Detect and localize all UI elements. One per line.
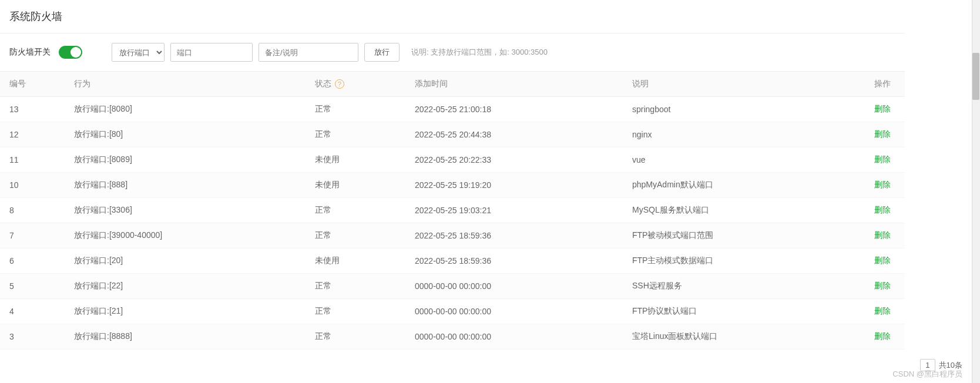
- cell-op: 删除: [858, 198, 905, 223]
- allow-button[interactable]: 放行: [364, 43, 400, 62]
- remark-input[interactable]: [259, 43, 358, 62]
- cell-desc: FTP主动模式数据端口: [623, 248, 858, 274]
- cell-op: 删除: [858, 122, 905, 147]
- table-row: 13放行端口:[8080]正常2022-05-25 21:00:18spring…: [0, 97, 905, 122]
- page-header: 系统防火墙: [0, 0, 905, 33]
- action-type-select[interactable]: 放行端口: [112, 43, 165, 62]
- header-desc: 说明: [623, 72, 858, 97]
- cell-time: 2022-05-25 18:59:36: [405, 223, 623, 248]
- cell-time: 0000-00-00 00:00:00: [405, 274, 623, 299]
- cell-desc: phpMyAdmin默认端口: [623, 173, 858, 198]
- cell-desc: nginx: [623, 122, 858, 147]
- header-id: 编号: [0, 72, 65, 97]
- page-title: 系统防火墙: [9, 9, 895, 23]
- help-icon[interactable]: ?: [335, 79, 344, 89]
- delete-link[interactable]: 删除: [874, 230, 891, 240]
- cell-op: 删除: [858, 173, 905, 198]
- cell-time: 0000-00-00 00:00:00: [405, 324, 623, 350]
- delete-link[interactable]: 删除: [874, 331, 891, 341]
- firewall-table: 编号 行为 状态 ? 添加时间 说明 操作 13放行端口:[8080]正常202…: [0, 72, 905, 350]
- cell-id: 11: [0, 147, 65, 173]
- cell-status: 未使用: [306, 248, 405, 274]
- scrollbar-vertical[interactable]: [972, 0, 980, 383]
- cell-behavior: 放行端口:[39000-40000]: [65, 223, 306, 248]
- hint-text: 说明: 支持放行端口范围，如: 3000:3500: [411, 47, 548, 58]
- cell-behavior: 放行端口:[21]: [65, 299, 306, 324]
- cell-behavior: 放行端口:[20]: [65, 248, 306, 274]
- cell-time: 2022-05-25 18:59:36: [405, 248, 623, 274]
- cell-op: 删除: [858, 274, 905, 299]
- cell-status: 正常: [306, 223, 405, 248]
- cell-status: 正常: [306, 122, 405, 147]
- cell-id: 13: [0, 97, 65, 122]
- delete-link[interactable]: 删除: [874, 306, 891, 315]
- table-row: 10放行端口:[888]未使用2022-05-25 19:19:20phpMyA…: [0, 173, 905, 198]
- cell-id: 5: [0, 274, 65, 299]
- cell-behavior: 放行端口:[8888]: [65, 324, 306, 350]
- cell-behavior: 放行端口:[8080]: [65, 97, 306, 122]
- cell-behavior: 放行端口:[22]: [65, 274, 306, 299]
- cell-id: 3: [0, 324, 65, 350]
- cell-behavior: 放行端口:[3306]: [65, 198, 306, 223]
- table-row: 4放行端口:[21]正常0000-00-00 00:00:00FTP协议默认端口…: [0, 299, 905, 324]
- cell-desc: springboot: [623, 97, 858, 122]
- table-row: 6放行端口:[20]未使用2022-05-25 18:59:36FTP主动模式数…: [0, 248, 905, 274]
- cell-op: 删除: [858, 97, 905, 122]
- cell-id: 8: [0, 198, 65, 223]
- cell-id: 12: [0, 122, 65, 147]
- cell-status: 正常: [306, 324, 405, 350]
- header-time: 添加时间: [405, 72, 623, 97]
- cell-time: 0000-00-00 00:00:00: [405, 299, 623, 324]
- delete-link[interactable]: 删除: [874, 104, 891, 113]
- cell-id: 6: [0, 248, 65, 274]
- delete-link[interactable]: 删除: [874, 180, 891, 189]
- header-behavior: 行为: [65, 72, 306, 97]
- cell-time: 2022-05-25 21:00:18: [405, 97, 623, 122]
- cell-op: 删除: [858, 147, 905, 173]
- delete-link[interactable]: 删除: [874, 129, 891, 139]
- delete-link[interactable]: 删除: [874, 154, 891, 164]
- cell-desc: FTP协议默认端口: [623, 299, 858, 324]
- firewall-switch-toggle[interactable]: [59, 46, 82, 59]
- cell-status: 正常: [306, 97, 405, 122]
- table-row: 12放行端口:[80]正常2022-05-25 20:44:38nginx删除: [0, 122, 905, 147]
- cell-status: 正常: [306, 299, 405, 324]
- header-status-label: 状态: [315, 79, 331, 88]
- delete-link[interactable]: 删除: [874, 256, 891, 265]
- firewall-switch-label: 防火墙开关: [9, 47, 51, 58]
- cell-desc: vue: [623, 147, 858, 173]
- header-status: 状态 ?: [306, 72, 405, 97]
- cell-status: 正常: [306, 198, 405, 223]
- table-row: 8放行端口:[3306]正常2022-05-25 19:03:21MySQL服务…: [0, 198, 905, 223]
- cell-time: 2022-05-25 19:19:20: [405, 173, 623, 198]
- table-row: 7放行端口:[39000-40000]正常2022-05-25 18:59:36…: [0, 223, 905, 248]
- cell-behavior: 放行端口:[8089]: [65, 147, 306, 173]
- cell-desc: MySQL服务默认端口: [623, 198, 858, 223]
- cell-op: 删除: [858, 324, 905, 350]
- cell-id: 4: [0, 299, 65, 324]
- toolbar: 防火墙开关 放行端口 放行 说明: 支持放行端口范围，如: 3000:3500: [0, 33, 905, 72]
- cell-status: 未使用: [306, 173, 405, 198]
- table-row: 5放行端口:[22]正常0000-00-00 00:00:00SSH远程服务删除: [0, 274, 905, 299]
- cell-time: 2022-05-25 20:22:33: [405, 147, 623, 173]
- delete-link[interactable]: 删除: [874, 281, 891, 290]
- table-row: 11放行端口:[8089]未使用2022-05-25 20:22:33vue删除: [0, 147, 905, 173]
- cell-id: 10: [0, 173, 65, 198]
- delete-link[interactable]: 删除: [874, 205, 891, 214]
- cell-desc: SSH远程服务: [623, 274, 858, 299]
- cell-desc: FTP被动模式端口范围: [623, 223, 858, 248]
- cell-op: 删除: [858, 248, 905, 274]
- cell-time: 2022-05-25 20:44:38: [405, 122, 623, 147]
- cell-time: 2022-05-25 19:03:21: [405, 198, 623, 223]
- cell-status: 正常: [306, 274, 405, 299]
- cell-status: 未使用: [306, 147, 405, 173]
- cell-behavior: 放行端口:[80]: [65, 122, 306, 147]
- table-header-row: 编号 行为 状态 ? 添加时间 说明 操作: [0, 72, 905, 97]
- port-input[interactable]: [170, 43, 253, 62]
- scrollbar-thumb[interactable]: [972, 53, 979, 100]
- table-row: 3放行端口:[8888]正常0000-00-00 00:00:00宝塔Linux…: [0, 324, 905, 350]
- cell-desc: 宝塔Linux面板默认端口: [623, 324, 858, 350]
- cell-op: 删除: [858, 299, 905, 324]
- cell-behavior: 放行端口:[888]: [65, 173, 306, 198]
- cell-id: 7: [0, 223, 65, 248]
